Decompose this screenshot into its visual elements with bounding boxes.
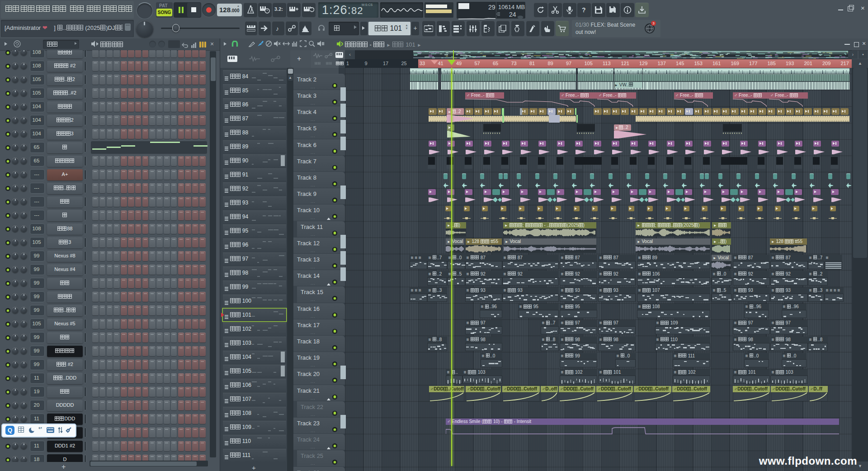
svg-text:♪: ♪ <box>276 25 279 32</box>
svg-text:?: ? <box>582 6 586 14</box>
